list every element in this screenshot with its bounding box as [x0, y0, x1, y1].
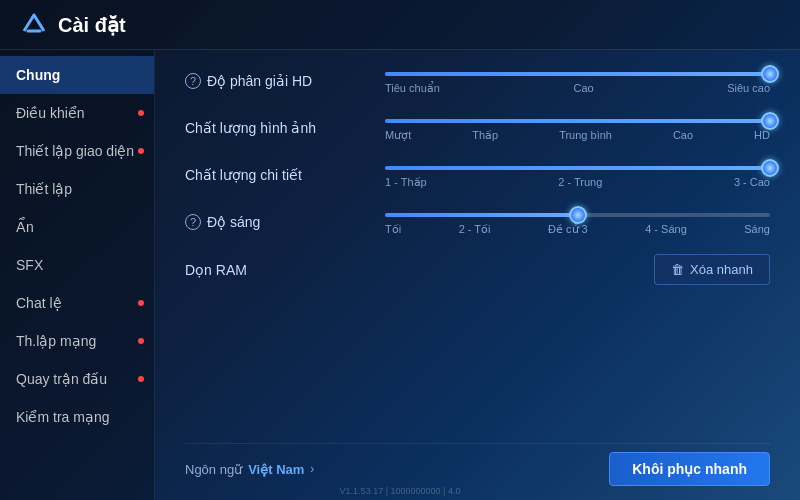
- slider-label-chat-luong-hinh-anh: Mượt: [385, 129, 411, 142]
- slider-fill-do-phan-giai: [385, 72, 770, 76]
- slider-label-do-sang: Tối: [385, 223, 401, 236]
- slider-label-chat-luong-chi-tiet: 2 - Trung: [558, 176, 602, 189]
- slider-label-chat-luong-chi-tiet: 3 - Cao: [734, 176, 770, 189]
- slider-thumb-chat-luong-hinh-anh[interactable]: [761, 112, 779, 130]
- slider-fill-do-sang: [385, 213, 578, 217]
- language-value[interactable]: Việt Nam: [248, 462, 304, 477]
- slider-container-do-phan-giai[interactable]: Tiêu chuẩnCaoSiêu cao: [385, 66, 770, 95]
- help-icon-do-sang[interactable]: ?: [185, 214, 201, 230]
- language-chevron-icon[interactable]: ›: [310, 462, 314, 476]
- sidebar-item-5[interactable]: SFX: [0, 246, 154, 284]
- sidebar-dot-2: [138, 148, 144, 154]
- sidebar-item-1[interactable]: Điều khiển: [0, 94, 154, 132]
- main-content: ?Độ phân giải HDTiêu chuẩnCaoSiêu caoChấ…: [155, 50, 800, 500]
- main-layout: ChungĐiều khiểnThiết lập giao diệnThiết …: [0, 50, 800, 500]
- slider-labels-do-sang: Tối2 - TốiĐề cử 34 - SángSáng: [385, 223, 770, 236]
- slider-label-do-sang: 4 - Sáng: [645, 223, 687, 236]
- page-title: Cài đặt: [58, 13, 126, 37]
- setting-label-text-do-phan-giai: Độ phân giải HD: [207, 73, 312, 89]
- setting-label-chat-luong-hinh-anh: Chất lượng hình ảnh: [185, 120, 385, 136]
- language-section: Ngôn ngữ Việt Nam ›: [185, 462, 314, 477]
- sidebar-dot-8: [138, 376, 144, 382]
- xoa-nhanh-label: Xóa nhanh: [690, 262, 753, 277]
- logo-icon: [20, 11, 48, 39]
- setting-label-text-do-sang: Độ sáng: [207, 214, 260, 230]
- sidebar-item-9[interactable]: Kiểm tra mạng: [0, 398, 154, 436]
- slider-label-chat-luong-chi-tiet: 1 - Thấp: [385, 176, 427, 189]
- slider-fill-chat-luong-chi-tiet: [385, 166, 770, 170]
- help-icon-do-phan-giai[interactable]: ?: [185, 73, 201, 89]
- setting-label-text-chat-luong-hinh-anh: Chất lượng hình ảnh: [185, 120, 316, 136]
- setting-label-text-chat-luong-chi-tiet: Chất lượng chi tiết: [185, 167, 302, 183]
- slider-label-do-sang: Đề cử 3: [548, 223, 588, 236]
- language-prefix-label: Ngôn ngữ: [185, 462, 242, 477]
- ram-label: Dọn RAM: [185, 262, 385, 278]
- slider-label-chat-luong-hinh-anh: Trung bình: [559, 129, 612, 142]
- slider-label-chat-luong-hinh-anh: Cao: [673, 129, 693, 142]
- slider-track-chat-luong-hinh-anh[interactable]: [385, 119, 770, 123]
- slider-container-chat-luong-hinh-anh[interactable]: MượtThấpTrung bìnhCaoHD: [385, 113, 770, 142]
- trash-icon: 🗑: [671, 262, 684, 277]
- sidebar-item-3[interactable]: Thiết lập: [0, 170, 154, 208]
- slider-thumb-do-phan-giai[interactable]: [761, 65, 779, 83]
- slider-track-do-phan-giai[interactable]: [385, 72, 770, 76]
- setting-label-do-phan-giai: ?Độ phân giải HD: [185, 73, 385, 89]
- sidebar-dot-1: [138, 110, 144, 116]
- setting-row-do-phan-giai: ?Độ phân giải HDTiêu chuẩnCaoSiêu cao: [185, 66, 770, 95]
- sidebar: ChungĐiều khiểnThiết lập giao diệnThiết …: [0, 50, 155, 500]
- slider-labels-chat-luong-hinh-anh: MượtThấpTrung bìnhCaoHD: [385, 129, 770, 142]
- settings-list: ?Độ phân giải HDTiêu chuẩnCaoSiêu caoChấ…: [185, 66, 770, 285]
- sidebar-item-6[interactable]: Chat lệ: [0, 284, 154, 322]
- version-text: V1.1.53.17 | 1000000000 | 4.0: [340, 486, 461, 496]
- footer: Ngôn ngữ Việt Nam › Khôi phục nhanh: [185, 443, 770, 490]
- sidebar-item-7[interactable]: Th.lập mạng: [0, 322, 154, 360]
- slider-label-do-phan-giai: Tiêu chuẩn: [385, 82, 440, 95]
- slider-label-do-phan-giai: Cao: [573, 82, 593, 95]
- slider-label-do-sang: 2 - Tối: [459, 223, 491, 236]
- header: Cài đặt: [0, 0, 800, 50]
- slider-track-do-sang[interactable]: [385, 213, 770, 217]
- slider-label-do-phan-giai: Siêu cao: [727, 82, 770, 95]
- slider-labels-chat-luong-chi-tiet: 1 - Thấp2 - Trung3 - Cao: [385, 176, 770, 189]
- slider-label-do-sang: Sáng: [744, 223, 770, 236]
- slider-label-chat-luong-hinh-anh: HD: [754, 129, 770, 142]
- slider-thumb-chat-luong-chi-tiet[interactable]: [761, 159, 779, 177]
- sidebar-dot-6: [138, 300, 144, 306]
- slider-thumb-do-sang[interactable]: [569, 206, 587, 224]
- slider-container-chat-luong-chi-tiet[interactable]: 1 - Thấp2 - Trung3 - Cao: [385, 160, 770, 189]
- setting-label-do-sang: ?Độ sáng: [185, 214, 385, 230]
- slider-track-chat-luong-chi-tiet[interactable]: [385, 166, 770, 170]
- sidebar-item-0[interactable]: Chung: [0, 56, 154, 94]
- sidebar-dot-7: [138, 338, 144, 344]
- ram-row: Dọn RAM🗑Xóa nhanh: [185, 254, 770, 285]
- setting-row-chat-luong-chi-tiet: Chất lượng chi tiết1 - Thấp2 - Trung3 - …: [185, 160, 770, 189]
- restore-button[interactable]: Khôi phục nhanh: [609, 452, 770, 486]
- setting-row-do-sang: ?Độ sángTối2 - TốiĐề cử 34 - SángSáng: [185, 207, 770, 236]
- sidebar-item-2[interactable]: Thiết lập giao diện: [0, 132, 154, 170]
- xoa-nhanh-button[interactable]: 🗑Xóa nhanh: [654, 254, 770, 285]
- slider-label-chat-luong-hinh-anh: Thấp: [472, 129, 498, 142]
- slider-container-do-sang[interactable]: Tối2 - TốiĐề cử 34 - SángSáng: [385, 207, 770, 236]
- sidebar-item-4[interactable]: Ẩn: [0, 208, 154, 246]
- setting-label-chat-luong-chi-tiet: Chất lượng chi tiết: [185, 167, 385, 183]
- setting-row-chat-luong-hinh-anh: Chất lượng hình ảnhMượtThấpTrung bìnhCao…: [185, 113, 770, 142]
- slider-fill-chat-luong-hinh-anh: [385, 119, 770, 123]
- slider-labels-do-phan-giai: Tiêu chuẩnCaoSiêu cao: [385, 82, 770, 95]
- sidebar-item-8[interactable]: Quay trận đấu: [0, 360, 154, 398]
